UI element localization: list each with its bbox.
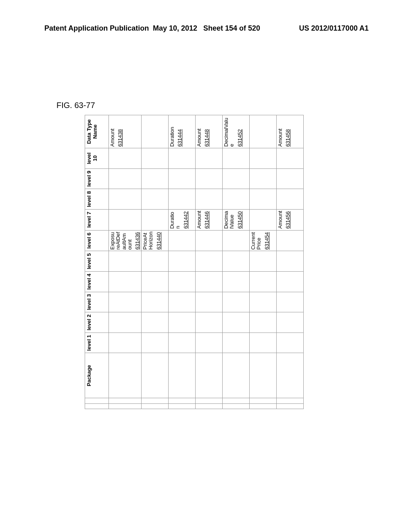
col-level-2: level 2 bbox=[85, 312, 109, 333]
cell-ref: 631456 bbox=[285, 211, 291, 229]
cell-level-6: PriceAtHorizon631440 bbox=[142, 230, 169, 251]
cell-level-1 bbox=[142, 332, 169, 353]
cell-text: Amount bbox=[196, 116, 202, 147]
cell-package bbox=[223, 353, 250, 398]
cell-data-type-name bbox=[250, 115, 277, 148]
figure-label: FIG. 63-77 bbox=[56, 101, 95, 110]
table-row: Duration631442Duration631444 bbox=[169, 115, 196, 409]
cell-level-10 bbox=[196, 148, 223, 169]
cell-level-1 bbox=[109, 332, 142, 353]
stub-cell bbox=[223, 398, 250, 403]
cell-level-9 bbox=[250, 168, 277, 189]
cell-data-type-name: DecimalValue631452 bbox=[223, 115, 250, 148]
cell-ref: 631444 bbox=[177, 116, 183, 147]
stub-cell bbox=[196, 398, 223, 403]
cell-data-type-name: Amount631448 bbox=[196, 115, 223, 148]
table-row: PriceAtHorizon631440 bbox=[142, 115, 169, 409]
cell-data-type-name bbox=[142, 115, 169, 148]
cell-level-7: Amount631446 bbox=[196, 209, 223, 230]
cell-level-7: Amount631456 bbox=[277, 209, 304, 230]
cell-level-2 bbox=[169, 312, 196, 333]
cell-ref: 631450 bbox=[237, 211, 243, 229]
stub-col bbox=[85, 398, 109, 403]
table-row: ExposureAtDefaultAmount631436Amount63143… bbox=[109, 115, 142, 409]
cell-level-5 bbox=[250, 251, 277, 272]
header-row: Package level 1 level 2 level 3 level 4 … bbox=[85, 115, 109, 409]
cell-text: ExposureAtDefaultAmount bbox=[110, 232, 133, 250]
cell-level-6 bbox=[169, 230, 196, 251]
hdr-date: May 10, 2012 bbox=[153, 24, 197, 32]
cell-package bbox=[109, 353, 142, 398]
cell-level-8 bbox=[277, 189, 304, 210]
stub-cell bbox=[277, 403, 304, 409]
cell-level-5 bbox=[196, 251, 223, 272]
cell-level-8 bbox=[250, 189, 277, 210]
cell-level-10 bbox=[109, 148, 142, 169]
table-row: Amount631456Amount631458 bbox=[277, 115, 304, 409]
cell-level-2 bbox=[109, 312, 142, 333]
cell-data-type-name: Amount631438 bbox=[109, 115, 142, 148]
stub-cell bbox=[169, 398, 196, 403]
cell-level-2 bbox=[142, 312, 169, 333]
cell-level-5 bbox=[109, 251, 142, 272]
cell-text: Amount bbox=[110, 116, 115, 147]
cell-level-4 bbox=[250, 272, 277, 292]
cell-text: CurrentPrice bbox=[250, 232, 262, 250]
stub-cell bbox=[250, 398, 277, 403]
cell-level-3 bbox=[142, 292, 169, 312]
cell-level-3 bbox=[277, 292, 304, 312]
table-row: DecimalValue631450DecimalValue631452 bbox=[223, 115, 250, 409]
cell-level-10 bbox=[277, 148, 304, 169]
table-body: ExposureAtDefaultAmount631436Amount63143… bbox=[109, 115, 304, 409]
hdr-sheet: Sheet 154 of 520 bbox=[203, 24, 260, 32]
cell-level-3 bbox=[109, 292, 142, 312]
cell-level-1 bbox=[196, 332, 223, 353]
stub-cell bbox=[169, 403, 196, 409]
cell-level-3 bbox=[250, 292, 277, 312]
cell-level-3 bbox=[169, 292, 196, 312]
cell-text: DecimalValue bbox=[223, 211, 235, 229]
col-data-type-name: Data Type Name bbox=[85, 115, 109, 148]
cell-ref: 631448 bbox=[204, 116, 210, 147]
cell-ref: 631454 bbox=[264, 232, 270, 250]
cell-text: Amount bbox=[196, 211, 202, 229]
col-level-9: level 9 bbox=[85, 168, 109, 189]
cell-level-9 bbox=[223, 168, 250, 189]
cell-level-4 bbox=[169, 272, 196, 292]
col-level-5: level 5 bbox=[85, 251, 109, 272]
cell-text: PriceAtHorizon bbox=[142, 232, 154, 250]
cell-level-3 bbox=[196, 292, 223, 312]
cell-level-5 bbox=[169, 251, 196, 272]
col-package: Package bbox=[85, 353, 109, 398]
col-level-10: level 10 bbox=[85, 148, 109, 169]
stub-cell bbox=[277, 398, 304, 403]
cell-level-6 bbox=[196, 230, 223, 251]
cell-level-5 bbox=[223, 251, 250, 272]
stub-cell bbox=[142, 403, 169, 409]
cell-level-4 bbox=[142, 272, 169, 292]
cell-level-7: Duration631442 bbox=[169, 209, 196, 230]
cell-level-8 bbox=[169, 189, 196, 210]
cell-level-7 bbox=[142, 209, 169, 230]
cell-level-10 bbox=[250, 148, 277, 169]
figure-table: Package level 1 level 2 level 3 level 4 … bbox=[85, 115, 304, 409]
cell-level-5 bbox=[142, 251, 169, 272]
cell-level-8 bbox=[196, 189, 223, 210]
stub-cell bbox=[109, 403, 142, 409]
hdr-right: US 2012/0117000 A1 bbox=[299, 24, 369, 33]
cell-level-9 bbox=[109, 168, 142, 189]
cell-level-4 bbox=[109, 272, 142, 292]
cell-text: Amount bbox=[277, 211, 283, 229]
stub-cell bbox=[109, 398, 142, 403]
cell-level-2 bbox=[250, 312, 277, 333]
cell-level-6: ExposureAtDefaultAmount631436 bbox=[109, 230, 142, 251]
cell-ref: 631452 bbox=[237, 116, 243, 147]
cell-level-9 bbox=[142, 168, 169, 189]
cell-ref: 631436 bbox=[134, 232, 140, 250]
cell-package bbox=[277, 353, 304, 398]
cell-level-4 bbox=[223, 272, 250, 292]
cell-level-10 bbox=[142, 148, 169, 169]
col-level-8: level 8 bbox=[85, 189, 109, 210]
col-level-1: level 1 bbox=[85, 332, 109, 353]
col-level-4: level 4 bbox=[85, 272, 109, 292]
